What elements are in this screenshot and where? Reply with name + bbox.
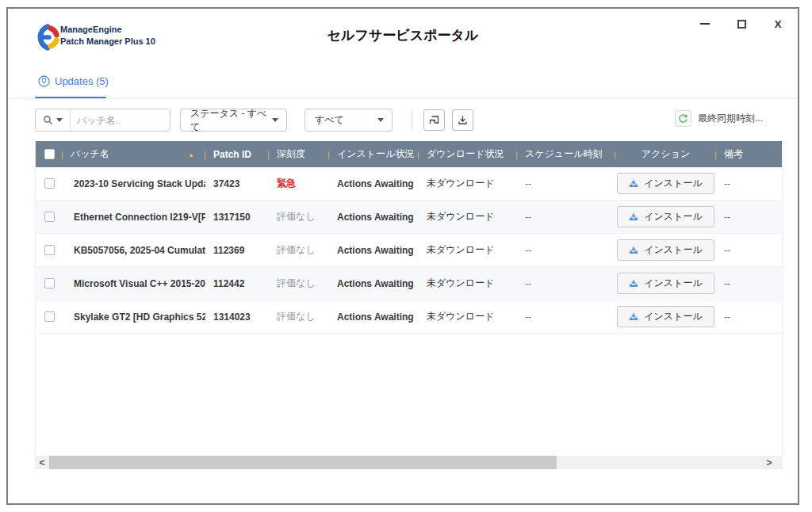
header-patch-id[interactable]: Patch ID — [205, 141, 269, 167]
status-filter-dropdown[interactable]: ステータス - すべて — [180, 109, 287, 132]
header-remarks[interactable]: 備考 — [716, 141, 782, 167]
install-button-label: インストール — [644, 210, 702, 224]
header-severity[interactable]: 深刻度 — [269, 141, 329, 167]
tab-divider — [8, 98, 798, 99]
install-button[interactable]: インストール — [617, 173, 714, 194]
updates-table: パッチ名 ▲ Patch ID 深刻度 インストール状況 ダウンロード状況 スケ… — [35, 141, 783, 471]
schedule-time: -- — [525, 278, 531, 289]
download-status: 未ダウンロード — [427, 310, 494, 323]
patch-id: 112442 — [213, 278, 244, 289]
row-checkbox[interactable] — [44, 311, 55, 322]
close-button[interactable] — [769, 16, 787, 32]
close-icon — [775, 17, 782, 31]
minimize-button[interactable] — [696, 16, 714, 32]
maximize-button[interactable] — [733, 16, 750, 32]
scope-filter-dropdown[interactable]: すべて — [304, 109, 393, 132]
install-button-label: インストール — [644, 310, 702, 323]
install-status: Actions Awaiting — [337, 278, 414, 289]
row-checkbox[interactable] — [44, 278, 55, 288]
schedule-time: -- — [525, 178, 531, 189]
app-window: ManageEngine Patch Manager Plus 10 セルフサー… — [6, 7, 799, 505]
tab-updates-label: Updates (5) — [55, 75, 109, 87]
table-header: パッチ名 ▲ Patch ID 深刻度 インストール状況 ダウンロード状況 スケ… — [36, 141, 782, 167]
patch-id: 112369 — [213, 245, 244, 256]
patch-name: Microsoft Visual C++ 2015-202 — [71, 278, 205, 289]
install-button[interactable]: インストール — [617, 306, 714, 327]
severity-label: 緊急 — [277, 177, 296, 190]
patch-name: Ethernet Connection I219-V[P( — [71, 212, 205, 223]
row-checkbox[interactable] — [44, 178, 55, 189]
patch-name: Skylake GT2 [HD Graphics 520 — [71, 311, 205, 323]
download-button[interactable] — [452, 109, 473, 131]
schedule-time: -- — [525, 311, 531, 323]
table-row: KB5057056, 2025-04 Cumulat 112369 評価なし A… — [36, 234, 782, 267]
chevron-down-icon — [56, 118, 63, 122]
table-row: Microsoft Visual C++ 2015-202 112442 評価な… — [36, 267, 782, 300]
updates-icon — [38, 75, 50, 87]
header-action[interactable]: アクション — [615, 141, 716, 167]
select-all-checkbox[interactable] — [44, 149, 55, 159]
install-icon — [629, 179, 638, 189]
deploy-button[interactable] — [423, 109, 445, 131]
sync-refresh-button[interactable] — [675, 110, 691, 127]
brand-text: ManageEngine Patch Manager Plus 10 — [60, 24, 155, 48]
minimize-icon — [700, 23, 710, 25]
install-button-label: インストール — [644, 177, 702, 190]
remarks: -- — [724, 212, 730, 223]
severity-label: 評価なし — [277, 277, 316, 290]
install-status: Actions Awaiting — [337, 245, 414, 256]
chevron-down-icon — [377, 118, 384, 122]
select-all-checkbox-cell — [36, 141, 63, 167]
horizontal-scrollbar[interactable] — [35, 456, 783, 469]
install-button[interactable]: インストール — [617, 206, 714, 227]
scope-filter-value: すべて — [315, 113, 344, 127]
header-schedule-time[interactable]: スケジュール時刻 — [517, 141, 615, 167]
chevron-down-icon — [272, 118, 278, 122]
header-install-status[interactable]: インストール状況 — [329, 141, 419, 167]
remarks: -- — [724, 311, 730, 323]
remarks: -- — [724, 245, 730, 256]
sort-ascending-icon: ▲ — [188, 151, 194, 158]
severity-label: 評価なし — [277, 243, 316, 257]
search-box — [35, 109, 170, 132]
install-button[interactable]: インストール — [617, 239, 714, 261]
table-row: Skylake GT2 [HD Graphics 520 1314023 評価な… — [36, 300, 782, 334]
remarks: -- — [724, 278, 730, 289]
install-icon — [629, 246, 638, 255]
install-status: Actions Awaiting — [337, 311, 414, 323]
install-button[interactable]: インストール — [617, 273, 714, 294]
install-status: Actions Awaiting — [337, 212, 414, 223]
manageengine-logo-icon — [32, 22, 62, 52]
install-icon — [629, 312, 638, 322]
maximize-icon — [737, 20, 746, 29]
scroll-left-icon[interactable] — [35, 456, 49, 469]
scroll-right-icon[interactable] — [762, 456, 776, 469]
search-input[interactable] — [71, 109, 170, 131]
table-body: 2023-10 Servicing Stack Updat 37423 緊急 A… — [36, 167, 782, 334]
install-icon — [629, 279, 638, 288]
download-status: 未ダウンロード — [427, 277, 494, 290]
status-filter-value: ステータス - すべて — [190, 107, 272, 134]
row-checkbox[interactable] — [44, 245, 55, 255]
tab-updates[interactable]: Updates (5) — [38, 75, 109, 87]
toolbar-divider — [412, 110, 412, 131]
last-sync-group: 最終同期時刻... — [675, 110, 763, 127]
patch-name: 2023-10 Servicing Stack Updat — [71, 178, 205, 189]
table-row: Ethernet Connection I219-V[P( 1317150 評価… — [36, 201, 782, 234]
schedule-time: -- — [525, 212, 531, 223]
schedule-time: -- — [525, 245, 531, 256]
table-row: 2023-10 Servicing Stack Updat 37423 緊急 A… — [36, 167, 782, 201]
download-status: 未ダウンロード — [427, 243, 494, 257]
last-sync-label: 最終同期時刻... — [698, 112, 763, 125]
header-download-status[interactable]: ダウンロード状況 — [419, 141, 517, 167]
search-icon — [43, 115, 53, 125]
patch-id: 1317150 — [213, 212, 251, 223]
download-status: 未ダウンロード — [427, 177, 494, 190]
header-patch-name[interactable]: パッチ名 ▲ — [63, 141, 205, 167]
severity-label: 評価なし — [277, 210, 316, 224]
deploy-icon — [428, 114, 440, 126]
search-column-selector[interactable] — [36, 109, 71, 131]
install-status: Actions Awaiting — [337, 178, 414, 189]
scrollbar-thumb[interactable] — [49, 456, 557, 469]
row-checkbox[interactable] — [44, 212, 55, 222]
